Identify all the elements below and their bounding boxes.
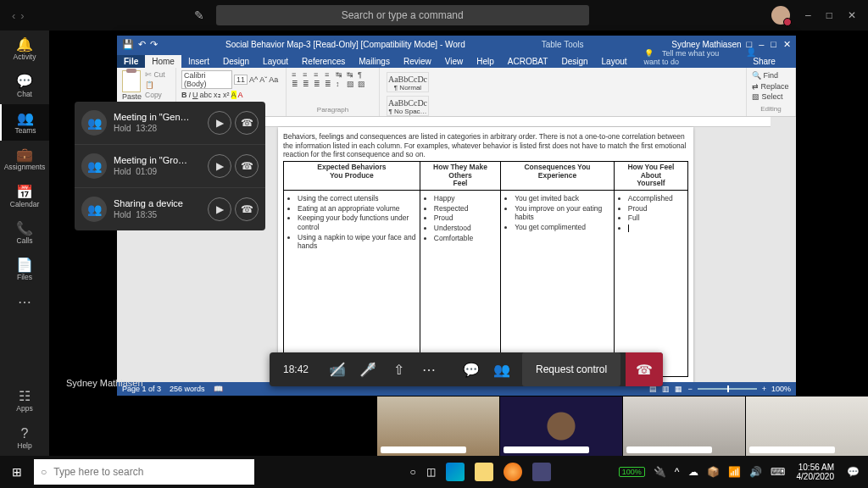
maximize-button[interactable]: □ [826,9,832,21]
paste-icon[interactable] [122,70,141,92]
hangup-button[interactable]: ☎ [235,197,259,221]
tab-home[interactable]: Home [145,55,181,68]
explorer-icon[interactable] [475,463,493,481]
replace-button[interactable]: ⇄ Replace [752,81,790,92]
participant-video[interactable] [622,396,745,456]
firefox-icon[interactable] [504,463,522,481]
resume-button[interactable]: ▶ [208,197,231,221]
cut-button[interactable]: ✄ Cut [145,70,170,80]
rail-teams[interactable]: 👥Teams [0,104,49,141]
tab-table-design[interactable]: Design [554,55,594,68]
rail-calls[interactable]: 📞Calls [0,214,49,251]
view-print-icon[interactable]: ▥ [662,385,670,393]
font-name[interactable]: Calibri (Body) [181,70,232,89]
group-paragraph: ≡≡≡≡↹↹¶ ≣≣≣≣↕▧▨ Paragraph [287,68,380,116]
paste-button[interactable]: Paste [122,92,142,101]
share-toggle[interactable]: ⇧ [383,352,414,386]
share-button[interactable]: 👤 Share [739,46,789,68]
leave-button[interactable]: ☎ [626,352,663,386]
participant-video[interactable] [745,396,868,456]
group-styles: AaBbCcDc¶ Normal AaBbCcDc¶ No Spac… AaBb… [380,68,747,116]
font-size[interactable]: 11 [234,75,248,85]
tab-design[interactable]: Design [216,55,256,68]
rail-activity[interactable]: 🔔Activity [0,30,49,67]
start-button[interactable]: ⊞ [0,456,34,488]
edge-icon[interactable] [446,463,465,481]
taskview-icon[interactable]: ◫ [426,466,436,478]
close-button[interactable]: ✕ [848,9,856,21]
save-icon[interactable]: 💾 [122,39,134,50]
zoom-level[interactable]: 100% [771,385,791,393]
teams-icon[interactable] [532,463,551,481]
action-center-icon[interactable]: 💬 [843,462,863,482]
view-web-icon[interactable]: ▦ [675,385,682,393]
find-button[interactable]: 🔍 Find [752,70,790,81]
forward-button[interactable]: › [20,9,24,22]
taskbar-search[interactable]: ○Type here to search [34,459,254,485]
tab-mailings[interactable]: Mailings [352,55,397,68]
people-icon: 👥 [81,197,107,222]
held-call-1[interactable]: 👥 Meeting in "Gro…Hold 01:09 ▶ ☎ [75,145,265,188]
tab-help[interactable]: Help [470,55,501,68]
rail-more[interactable]: ⋯ [0,288,49,316]
volume-icon[interactable]: 🔊 [749,466,762,478]
camera-toggle[interactable]: 📹 [322,352,353,386]
tab-file[interactable]: File [117,55,145,68]
people-icon: 👥 [81,110,107,136]
wifi-icon[interactable]: 📶 [728,466,741,478]
dropbox-icon[interactable]: 📦 [707,466,720,478]
chat-toggle[interactable]: 💬 [456,352,487,386]
group-editing: 🔍 Find ⇄ Replace ▧ Select Editing [747,68,796,116]
style-nospacing[interactable]: AaBbCcDc¶ No Spac… [387,96,429,116]
onedrive-icon[interactable]: ☁ [688,466,698,478]
rail-help[interactable]: ?Help [0,419,49,456]
tab-insert[interactable]: Insert [181,55,216,68]
teams-titlebar: ‹ › ✎ Search or type a command – □ ✕ [0,0,868,30]
held-call-0[interactable]: 👥 Meeting in "Gen…Hold 13:28 ▶ ☎ [75,102,265,145]
clock[interactable]: 10:56 AM4/20/2020 [797,463,835,481]
tab-table-layout[interactable]: Layout [595,55,634,68]
redo-icon[interactable]: ↷ [150,39,158,50]
select-button[interactable]: ▧ Select [752,92,790,103]
power-icon[interactable]: 🔌 [654,466,666,478]
rail-files[interactable]: 📄Files [0,251,49,287]
undo-icon[interactable]: ↶ [138,39,146,50]
cortana-icon[interactable]: ○ [410,466,416,478]
word-count[interactable]: 256 words [170,385,205,393]
tab-review[interactable]: Review [397,55,438,68]
battery-indicator[interactable]: 100% [619,467,645,477]
zoom-slider[interactable] [698,388,757,390]
tray-chevron-icon[interactable]: ^ [675,466,680,478]
ime-icon[interactable]: ⌨ [771,466,785,478]
tab-acrobat[interactable]: ACROBAT [501,55,555,68]
tell-me[interactable]: 💡 Tell me what you want to do [637,47,740,68]
participant-video[interactable] [376,396,499,456]
rail-chat[interactable]: 💬Chat [0,67,49,103]
style-normal[interactable]: AaBbCcDc¶ Normal [387,72,429,92]
rail-apps[interactable]: ☷Apps [0,382,49,419]
more-actions[interactable]: ⋯ [414,352,444,386]
compose-icon[interactable]: ✎ [194,8,204,22]
minimize-button[interactable]: – [805,9,811,21]
request-control-button[interactable]: Request control [522,352,620,386]
back-button[interactable]: ‹ [12,9,15,22]
hangup-button[interactable]: ☎ [235,154,259,178]
resume-button[interactable]: ▶ [208,111,231,135]
command-search[interactable]: Search or type a command [216,5,589,25]
resume-button[interactable]: ▶ [208,154,231,178]
participant-strip [49,396,868,456]
search-icon: ○ [41,466,47,478]
hangup-button[interactable]: ☎ [235,111,259,135]
copy-button[interactable]: 📋 Copy [145,80,170,101]
rail-assignments[interactable]: 💼Assignments [0,141,49,177]
tab-references[interactable]: References [295,55,352,68]
participant-video[interactable] [499,396,622,456]
mic-toggle[interactable]: 🎤 [353,352,383,386]
user-avatar[interactable] [771,6,790,25]
held-call-2[interactable]: 👥 Sharing a deviceHold 18:35 ▶ ☎ [75,188,265,230]
rail-calendar[interactable]: 📅Calendar [0,178,49,214]
tab-layout[interactable]: Layout [256,55,295,68]
tab-view[interactable]: View [438,55,470,68]
call-controls: 18:42 📹 🎤 ⇧ ⋯ 💬 👥 Request control ☎ [270,352,663,386]
participants-toggle[interactable]: 👥 [487,352,517,386]
